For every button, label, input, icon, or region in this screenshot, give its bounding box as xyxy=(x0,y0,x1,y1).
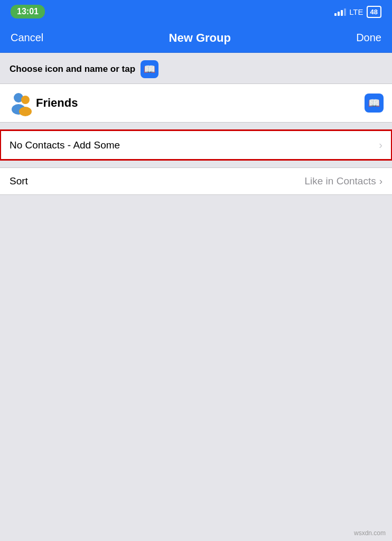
watermark: wsxdn.com xyxy=(354,529,386,537)
svg-point-2 xyxy=(21,96,30,104)
contacts-label: No Contacts - Add Some xyxy=(10,139,120,151)
group-icon xyxy=(8,89,36,117)
group-name-input[interactable] xyxy=(36,96,365,110)
group-name-row: 📖 xyxy=(0,83,392,123)
content-area: Choose icon and name or tap 📖 📖 No Conta… xyxy=(0,53,392,195)
section-header: Choose icon and name or tap 📖 xyxy=(0,53,392,83)
section-header-text: Choose icon and name or tap xyxy=(10,64,135,74)
sort-row[interactable]: Sort Like in Contacts › xyxy=(0,167,392,195)
contacts-chevron: › xyxy=(379,139,382,151)
done-button[interactable]: Done xyxy=(356,32,381,44)
status-time: 13:01 xyxy=(11,5,45,18)
cancel-button[interactable]: Cancel xyxy=(11,32,43,44)
sort-value-text: Like in Contacts xyxy=(304,175,376,187)
contacts-row[interactable]: No Contacts - Add Some › xyxy=(0,130,392,160)
status-right: LTE 48 xyxy=(334,6,381,18)
nav-title: New Group xyxy=(169,31,231,45)
nav-bar: Cancel New Group Done xyxy=(0,23,392,53)
sort-chevron: › xyxy=(379,175,382,187)
book-icon-row[interactable]: 📖 xyxy=(365,94,384,113)
sort-value-container: Like in Contacts › xyxy=(304,175,382,187)
signal-icon xyxy=(334,7,346,16)
battery-badge: 48 xyxy=(367,6,381,18)
svg-point-3 xyxy=(19,107,32,116)
book-icon-header[interactable]: 📖 xyxy=(141,60,158,78)
status-bar: 13:01 LTE 48 xyxy=(0,0,392,23)
sort-label: Sort xyxy=(10,175,28,187)
lte-label: LTE xyxy=(349,7,363,16)
